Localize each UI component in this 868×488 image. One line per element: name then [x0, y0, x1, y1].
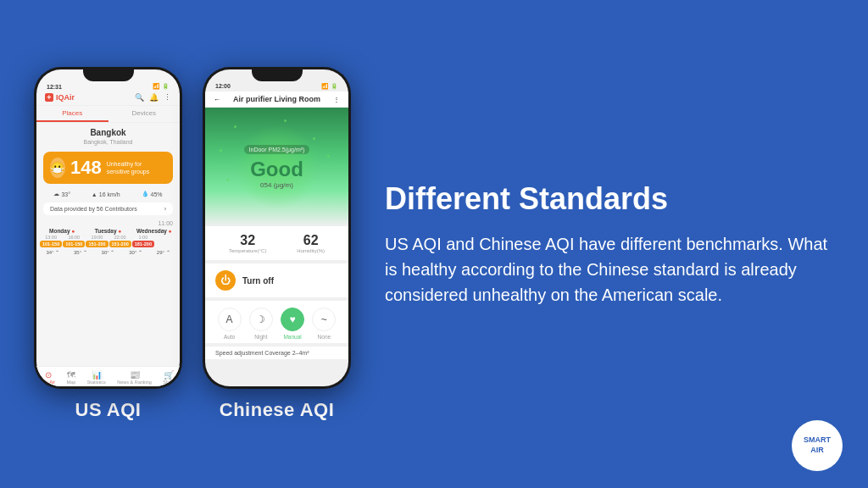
day-tuesday: Tuesday ●	[86, 228, 130, 234]
us-wind: ▲ 16 km/h	[92, 191, 120, 197]
iqair-text: IQAir	[56, 93, 75, 102]
us-time: 12:31	[47, 84, 62, 90]
particle-3	[327, 155, 330, 158]
cn-indoor-label: InDoor PM2.5(μg/m²)	[244, 145, 310, 154]
cn-time: 12:00	[215, 83, 231, 90]
nav-label-news: News & Ranking	[117, 380, 152, 385]
us-city-name: Bangkok	[36, 123, 180, 139]
mode-night-label: Night	[254, 334, 267, 340]
cn-phone-screen: 12:00 📶 🔋 ← Air purifier Living Room ⋮	[205, 69, 348, 386]
news-icon: 📰	[117, 370, 152, 380]
hour-label-5: 1:00	[132, 235, 154, 240]
particle-4	[226, 179, 229, 181]
back-icon[interactable]: ←	[214, 96, 220, 103]
hour-2200: 22:00 151-200	[109, 235, 131, 247]
aqi-pill-4: 151-200	[109, 241, 131, 247]
us-city-sub: Bangkok, Thailand	[36, 139, 180, 148]
humidity-icon: 💧	[142, 191, 149, 197]
hour-1600: 16:00 101-150	[63, 235, 85, 247]
cn-aqi-value: 054 (μg/m)	[260, 181, 293, 189]
aqi-pill-1: 101-150	[40, 241, 62, 247]
particle-5	[284, 119, 287, 122]
hour-1900: 19:00 151-200	[86, 235, 108, 247]
us-header-icons: 🔍 🔔 ⋮	[135, 93, 171, 102]
cn-battery: 📶 🔋	[321, 83, 338, 90]
particle-1	[234, 125, 236, 128]
cloud-icon: ☁	[53, 191, 59, 197]
day-wednesday: Wednesday ●	[132, 228, 176, 234]
aqi-pill-2: 101-150	[63, 241, 85, 247]
mode-none-icon: ~	[312, 308, 336, 331]
particle-2	[313, 137, 315, 140]
particle-7	[220, 149, 222, 152]
us-battery: 📶 🔋	[153, 83, 170, 90]
smart-air-circle: SMART AIR	[792, 420, 843, 471]
nav-statistics[interactable]: 📊 Statistics	[87, 370, 106, 385]
day-col-wednesday: Wednesday ●	[132, 228, 176, 234]
main-container: 12:31 📶 🔋 + IQAir 🔍 🔔 ⋮	[0, 0, 868, 488]
tab-places[interactable]: Places	[36, 106, 108, 122]
us-phone-screen: 12:31 📶 🔋 + IQAir 🔍 🔔 ⋮	[36, 69, 180, 386]
my-air-icon: ⊙	[42, 370, 55, 380]
iqair-logo: + IQAir	[45, 93, 75, 102]
cn-header: ← Air purifier Living Room ⋮	[205, 92, 348, 108]
body-text: US AQI and Chinese AQI have different be…	[385, 231, 834, 308]
tab-devices[interactable]: Devices	[108, 106, 181, 122]
nav-map[interactable]: 🗺 Map	[67, 370, 76, 385]
aqi-pill-3: 151-200	[86, 241, 108, 247]
cn-phone-inner: 12:00 📶 🔋 ← Air purifier Living Room ⋮	[205, 69, 348, 386]
mode-auto[interactable]: A Auto	[218, 308, 242, 340]
more-icon[interactable]: ⋮	[164, 93, 171, 102]
us-hours-row: 13:00 101-150 16:00 101-150 19:00 151-20…	[36, 235, 180, 247]
cn-turn-off-label: Turn off	[242, 276, 274, 286]
humidity-value: 45%	[151, 191, 163, 197]
cn-temp-label: Temperature(°C)	[229, 248, 266, 253]
cn-header-title: Air purifier Living Room	[233, 95, 320, 103]
hour-label-4: 22:00	[109, 235, 131, 240]
us-data-provider: Data provided by 56 Contributors ›	[43, 202, 173, 215]
search-icon[interactable]: 🔍	[135, 93, 144, 102]
mode-none[interactable]: ~ None	[312, 308, 336, 340]
bell-icon[interactable]: 🔔	[149, 93, 159, 102]
us-tabs: Places Devices	[36, 106, 180, 123]
us-phone-wrapper: 12:31 📶 🔋 + IQAir 🔍 🔔 ⋮	[34, 67, 182, 421]
cn-temp-value: 32	[229, 233, 266, 248]
cn-temp-stat: 32 Temperature(°C)	[229, 233, 266, 253]
nav-news[interactable]: 📰 News & Ranking	[117, 370, 152, 385]
chevron-right-icon: ›	[164, 206, 166, 212]
mode-manual[interactable]: ♥ Manual	[281, 308, 304, 340]
wind-icon: ▲	[92, 191, 97, 197]
day-col-monday: Monday ●	[40, 228, 84, 234]
temp-5: 29° ⌃	[157, 249, 170, 255]
cn-turn-off-btn[interactable]: ⏻ Turn off	[205, 263, 348, 297]
map-icon: 🗺	[67, 370, 76, 380]
us-time-label: 11:00	[36, 217, 180, 228]
mode-manual-label: Manual	[283, 334, 301, 340]
smart-air-text: SMART AIR	[804, 435, 831, 455]
us-phone-notch	[83, 69, 134, 81]
cn-phone-notch	[252, 69, 303, 81]
cn-phone-label: Chinese AQI	[220, 399, 335, 421]
temp-2: 35° ⌃	[74, 249, 87, 255]
hour-1300: 13:00 101-150	[40, 235, 62, 247]
power-icon: ⏻	[215, 270, 236, 291]
us-header: + IQAir 🔍 🔔 ⋮	[36, 92, 180, 106]
day-col-tuesday: Tuesday ●	[86, 228, 130, 234]
hour-0100: 1:00 181-200	[132, 235, 154, 247]
us-bottom-nav: ⊙ My Air 🗺 Map 📊 Statistics	[36, 366, 180, 386]
smart-air-line1: SMART	[804, 435, 831, 444]
mode-night[interactable]: ☽ Night	[249, 308, 273, 340]
text-section: Different Standards US AQI and Chinese A…	[368, 180, 834, 307]
temp-1: 34° ⌃	[46, 249, 59, 255]
cn-mode-row: A Auto ☽ Night ♥ Manual	[205, 301, 348, 343]
nav-my-air[interactable]: ⊙ My Air	[42, 370, 55, 385]
hour-label-1: 13:00	[40, 235, 62, 240]
cn-phone: 12:00 📶 🔋 ← Air purifier Living Room ⋮	[203, 67, 351, 389]
temp-4: 30° ⌃	[129, 249, 142, 255]
hour-label-3: 19:00	[86, 235, 108, 240]
nav-shop[interactable]: 🛒 Shop	[163, 370, 174, 385]
day-monday: Monday ●	[40, 228, 84, 234]
nav-label-my-air: My Air	[42, 380, 55, 385]
cn-more-icon[interactable]: ⋮	[333, 96, 340, 103]
mode-auto-icon: A	[218, 308, 242, 331]
